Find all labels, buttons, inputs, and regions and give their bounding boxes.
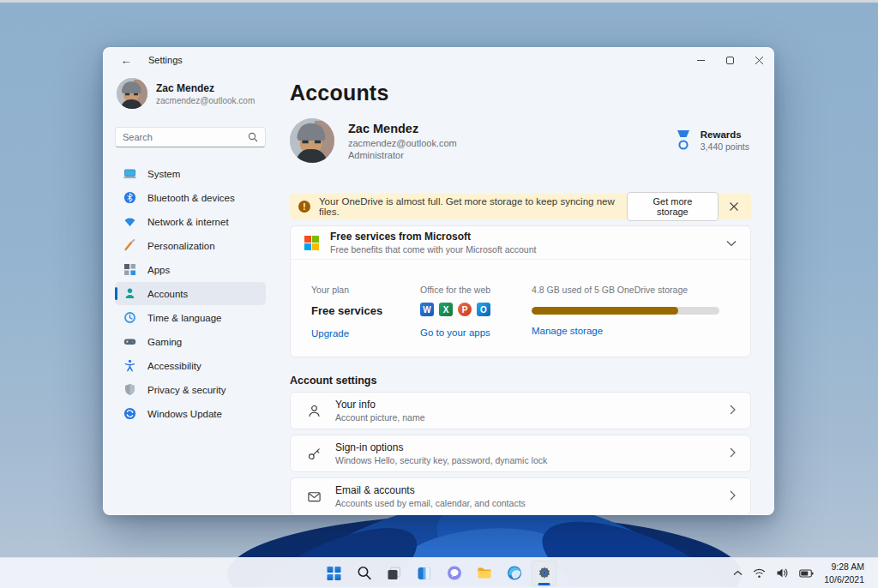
accessibility-icon bbox=[123, 359, 136, 372]
sign-in-options-row[interactable]: Sign-in options Windows Hello, security … bbox=[290, 435, 751, 472]
volume-icon[interactable] bbox=[773, 561, 792, 585]
rewards-points: 3,440 points bbox=[701, 141, 749, 152]
sidebar-item-network[interactable]: Network & internet bbox=[115, 210, 266, 233]
sidebar-item-personalization[interactable]: Personalization bbox=[115, 234, 266, 257]
window-title: Settings bbox=[148, 55, 183, 65]
outlook-icon[interactable]: O bbox=[477, 303, 490, 316]
storage-progress-fill bbox=[532, 307, 678, 315]
user-avatar bbox=[117, 78, 147, 109]
get-more-storage-button[interactable]: Get more storage bbox=[627, 192, 719, 221]
search-input[interactable] bbox=[123, 132, 248, 142]
search-icon bbox=[248, 132, 258, 142]
chevron-right-icon bbox=[730, 446, 736, 461]
minimize-button[interactable] bbox=[686, 48, 715, 72]
back-button[interactable]: ← bbox=[116, 51, 136, 69]
sidebar-item-gaming[interactable]: Gaming bbox=[115, 330, 266, 353]
microsoft-logo-icon bbox=[304, 236, 319, 250]
email-accounts-row[interactable]: Email & accounts Accounts used by email,… bbox=[290, 477, 751, 515]
sidebar-item-label: Apps bbox=[147, 265, 170, 275]
sidebar-user-name: Zac Mendez bbox=[156, 82, 255, 94]
person-icon bbox=[305, 404, 322, 418]
settings-window: ← Settings bbox=[103, 47, 774, 515]
banner-message: Your OneDrive is almost full. Get more s… bbox=[319, 196, 627, 217]
settings-taskbar-button[interactable] bbox=[532, 561, 557, 586]
storage-progress-bar bbox=[532, 307, 719, 315]
sidebar: Zac Mendez zacmendez@outlook.com System bbox=[104, 72, 271, 515]
rewards-medal-icon bbox=[674, 129, 693, 152]
tray-chevron-up-icon[interactable] bbox=[730, 561, 746, 585]
office-label: Office for the web bbox=[420, 285, 490, 295]
row-title: Email & accounts bbox=[335, 484, 526, 496]
powerpoint-icon[interactable]: P bbox=[458, 303, 472, 316]
rewards-label: Rewards bbox=[701, 129, 749, 140]
sidebar-item-accessibility[interactable]: Accessibility bbox=[115, 354, 266, 377]
profile-avatar bbox=[290, 118, 334, 163]
upgrade-link[interactable]: Upgrade bbox=[311, 328, 382, 339]
envelope-icon bbox=[305, 489, 322, 504]
sidebar-item-label: Accessibility bbox=[147, 361, 201, 371]
banner-close-button[interactable] bbox=[725, 197, 743, 216]
manage-storage-link[interactable]: Manage storage bbox=[532, 326, 719, 336]
row-title: Sign-in options bbox=[335, 441, 547, 453]
free-services-subtitle: Free benefits that come with your Micros… bbox=[330, 244, 536, 255]
wifi-icon[interactable] bbox=[749, 561, 769, 585]
plan-column: Your plan Free services Upgrade bbox=[311, 260, 382, 339]
sidebar-item-label: Windows Update bbox=[147, 409, 222, 419]
personalization-icon bbox=[123, 239, 136, 252]
sidebar-user[interactable]: Zac Mendez zacmendez@outlook.com bbox=[117, 78, 266, 109]
excel-icon[interactable]: X bbox=[439, 303, 453, 316]
free-services-expanded: Your plan Free services Upgrade Office f… bbox=[291, 259, 750, 357]
windows-start-icon bbox=[328, 567, 341, 580]
task-view-button[interactable] bbox=[382, 561, 407, 586]
clock-date: 10/6/2021 bbox=[824, 573, 864, 585]
chevron-right-icon bbox=[730, 489, 736, 504]
sidebar-item-bluetooth[interactable]: Bluetooth & devices bbox=[115, 186, 266, 209]
word-icon[interactable]: W bbox=[420, 303, 434, 316]
sidebar-item-label: System bbox=[147, 169, 180, 179]
search-box[interactable] bbox=[115, 127, 266, 147]
sidebar-item-time-language[interactable]: Time & language bbox=[115, 306, 266, 329]
chat-button[interactable] bbox=[442, 561, 467, 586]
sidebar-item-label: Time & language bbox=[147, 313, 222, 323]
onedrive-banner: ! Your OneDrive is almost full. Get more… bbox=[290, 194, 751, 219]
close-button[interactable] bbox=[744, 48, 773, 72]
chevron-down-icon[interactable] bbox=[726, 235, 737, 250]
sidebar-item-system[interactable]: System bbox=[115, 162, 266, 185]
settings-gear-icon bbox=[536, 565, 552, 581]
accounts-icon bbox=[123, 287, 136, 300]
profile-email: zacmendez@outlook.com bbox=[348, 138, 457, 148]
battery-icon[interactable] bbox=[796, 561, 817, 585]
go-to-apps-link[interactable]: Go to your apps bbox=[420, 327, 490, 338]
clock-time: 9:28 AM bbox=[824, 561, 864, 573]
sidebar-user-email: zacmendez@outlook.com bbox=[156, 96, 255, 105]
taskbar-search-button[interactable] bbox=[352, 561, 377, 586]
start-button[interactable] bbox=[322, 561, 347, 586]
maximize-button[interactable] bbox=[715, 48, 744, 72]
account-settings-heading: Account settings bbox=[290, 375, 751, 387]
sidebar-item-label: Gaming bbox=[147, 337, 182, 347]
taskbar-clock[interactable]: 9:28 AM 10/6/2021 bbox=[821, 561, 869, 585]
row-title: Your info bbox=[335, 399, 424, 411]
sidebar-item-label: Personalization bbox=[147, 241, 215, 251]
titlebar: ← Settings bbox=[104, 48, 773, 72]
edge-button[interactable] bbox=[502, 561, 527, 586]
rewards-widget[interactable]: Rewards 3,440 points bbox=[674, 129, 751, 152]
free-services-title: Free services from Microsoft bbox=[330, 231, 536, 243]
sidebar-item-privacy[interactable]: Privacy & security bbox=[115, 378, 266, 401]
sidebar-item-apps[interactable]: Apps bbox=[115, 258, 266, 281]
free-services-header[interactable]: Free services from Microsoft Free benefi… bbox=[291, 226, 750, 259]
key-icon bbox=[305, 447, 322, 461]
sidebar-item-label: Accounts bbox=[147, 289, 188, 299]
time-language-icon bbox=[123, 311, 136, 324]
task-view-icon bbox=[387, 566, 402, 581]
sidebar-item-accounts[interactable]: Accounts bbox=[115, 282, 266, 305]
sidebar-nav: System Bluetooth & devices Network & int… bbox=[115, 162, 266, 425]
free-services-card: Free services from Microsoft Free benefi… bbox=[290, 225, 751, 357]
row-subtitle: Windows Hello, security key, password, d… bbox=[335, 455, 547, 465]
file-explorer-button[interactable] bbox=[472, 561, 497, 586]
profile-role: Administrator bbox=[348, 150, 457, 160]
your-info-row[interactable]: Your info Account picture, name bbox=[290, 392, 751, 429]
sidebar-item-windows-update[interactable]: Windows Update bbox=[115, 402, 266, 425]
widgets-icon bbox=[417, 566, 432, 581]
widgets-button[interactable] bbox=[412, 561, 437, 586]
